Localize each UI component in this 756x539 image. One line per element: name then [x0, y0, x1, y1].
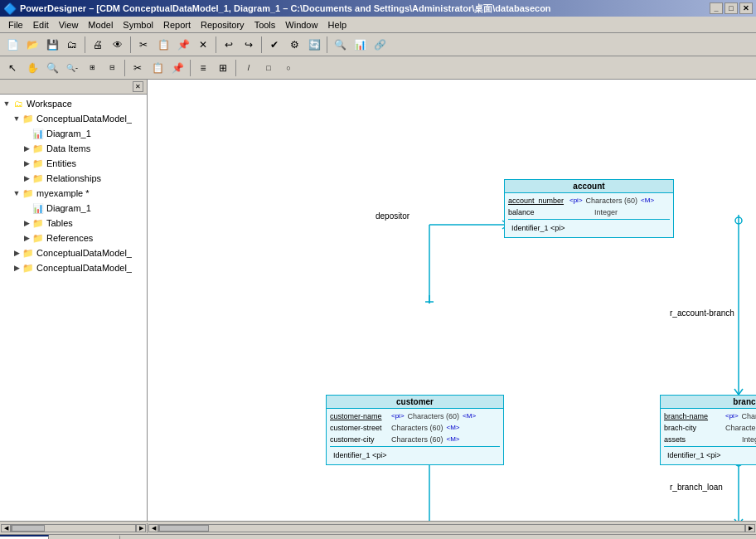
canvas-scroll-right-arrow[interactable]: ▶	[745, 524, 755, 532]
toggle-myexample[interactable]: ▼	[12, 189, 22, 197]
separator-2	[130, 36, 131, 53]
print-button[interactable]: 🖨	[89, 36, 107, 54]
tree-node-cdm2[interactable]: ▶ 📁 ConceptualDataModel_	[2, 245, 145, 260]
panel-close-button[interactable]: ✕	[133, 81, 143, 92]
tab-repository[interactable]: Repository	[49, 535, 120, 539]
tree-node-diagram2[interactable]: 📊 Diagram_1	[2, 201, 145, 216]
paste2-button[interactable]: 📌	[168, 59, 187, 77]
separator-6	[124, 60, 125, 76]
canvas-area[interactable]: depositor r_account-branch borrower r_br…	[148, 80, 756, 521]
draw-rect-button[interactable]: □	[259, 59, 278, 77]
svg-text:depositor: depositor	[376, 211, 410, 221]
attr-account-number: account_number	[508, 195, 566, 206]
redo-button[interactable]: ↪	[240, 36, 258, 54]
copy2-button[interactable]: 📋	[148, 59, 167, 77]
entity-account-row-2: balance Integer	[508, 206, 670, 218]
tree-node-workspace[interactable]: ▼ 🗂 Workspace	[2, 96, 145, 111]
maximize-button[interactable]: □	[724, 2, 738, 14]
tree-node-relationships[interactable]: ▶ 📁 Relationships	[2, 171, 145, 186]
entity-branch[interactable]: branch branch-name <pi> Characters (60) …	[660, 395, 756, 465]
entity-branch-row-1: branch-name <pi> Characters (60) <M>	[664, 410, 756, 422]
zoom-out-button[interactable]: 🔍-	[63, 59, 81, 77]
tree-node-references[interactable]: ▶ 📁 References	[2, 231, 145, 245]
menu-edit[interactable]: Edit	[28, 18, 54, 32]
select-button[interactable]: ↖	[3, 59, 22, 77]
canvas-scroll-left-arrow[interactable]: ◀	[148, 524, 158, 532]
layout-button[interactable]: ⊞	[214, 59, 232, 77]
print-preview-button[interactable]: 👁	[109, 36, 127, 54]
menu-repository[interactable]: Repository	[196, 18, 250, 32]
scroll-left-arrow[interactable]: ◀	[1, 524, 11, 532]
copy-button[interactable]: 📋	[154, 36, 172, 54]
panel-header: ✕	[0, 80, 147, 95]
menu-symbol[interactable]: Symbol	[118, 18, 158, 32]
entity-account[interactable]: account account_number <pi> Characters (…	[504, 179, 674, 238]
paste-button[interactable]: 📌	[174, 36, 192, 54]
branch-identifier: Identifier_1 <pi>	[664, 448, 756, 463]
attr-customer-street: customer-street	[330, 422, 388, 434]
toggle-cdm3[interactable]: ▶	[12, 264, 22, 272]
menu-window[interactable]: Window	[280, 18, 322, 32]
new-button[interactable]: 📄	[3, 36, 22, 54]
tree-node-entities[interactable]: ▶ 📁 Entities	[2, 156, 145, 171]
find-button[interactable]: 🔍	[331, 36, 349, 54]
toggle-cdm2[interactable]: ▶	[12, 249, 22, 257]
entity-branch-body: branch-name <pi> Characters (60) <M> bra…	[661, 409, 756, 464]
open-button[interactable]: 📂	[23, 36, 41, 54]
left-scroll-track[interactable]	[11, 524, 136, 532]
tree-node-diagram1[interactable]: 📊 Diagram_1	[2, 126, 145, 141]
tables-icon: 📁	[32, 216, 45, 230]
menu-help[interactable]: Help	[322, 18, 351, 32]
cut2-button[interactable]: ✂	[128, 59, 147, 77]
close-button[interactable]: ✕	[739, 2, 753, 14]
menu-report[interactable]: Report	[158, 18, 196, 32]
zoom-select-button[interactable]: ⊟	[103, 59, 121, 77]
left-scroll-thumb[interactable]	[12, 525, 45, 532]
toggle-entities[interactable]: ▶	[22, 159, 32, 168]
zoom-fit-button[interactable]: ⊞	[83, 59, 101, 77]
undo-button[interactable]: ↩	[220, 36, 238, 54]
delete-button[interactable]: ✕	[194, 36, 212, 54]
toggle-workspace[interactable]: ▼	[2, 100, 12, 108]
menu-tools[interactable]: Tools	[250, 18, 281, 32]
attr-customer-name-type: Characters (60)	[408, 410, 460, 422]
impact-button[interactable]: 📊	[351, 36, 369, 54]
save-button[interactable]: 💾	[43, 36, 61, 54]
tree-node-tables[interactable]: ▶ 📁 Tables	[2, 216, 145, 231]
check-button[interactable]: ✔	[265, 36, 284, 54]
entities-icon: 📁	[32, 157, 45, 170]
canvas-scroll-track[interactable]	[158, 524, 745, 532]
tree-node-myexample[interactable]: ▼ 📁 myexample *	[2, 186, 145, 201]
zoom-in-button[interactable]: 🔍	[43, 59, 61, 77]
dependency-button[interactable]: 🔗	[371, 36, 389, 54]
tree-node-cdm3[interactable]: ▶ 📁 ConceptualDataModel_	[2, 260, 145, 275]
menu-file[interactable]: File	[3, 18, 28, 32]
minimize-button[interactable]: _	[710, 2, 723, 14]
draw-ellipse-button[interactable]: ○	[279, 59, 298, 77]
menu-view[interactable]: View	[54, 18, 84, 32]
cdm2-icon: 📁	[22, 246, 35, 260]
scroll-right-arrow[interactable]: ▶	[136, 524, 146, 532]
tree-node-dataitems[interactable]: ▶ 📁 Data Items	[2, 141, 145, 156]
align-button[interactable]: ≡	[194, 59, 212, 77]
entity-customer[interactable]: customer customer-name <pi> Characters (…	[326, 395, 504, 465]
tab-local[interactable]: Local	[0, 535, 49, 539]
reverse-button[interactable]: 🔄	[305, 36, 323, 54]
toggle-cdm1[interactable]: ▼	[12, 114, 22, 123]
canvas-scroll-thumb[interactable]	[159, 525, 209, 532]
separator-7	[190, 60, 191, 76]
account-identifier: Identifier_1 <pi>	[508, 221, 670, 236]
draw-line-button[interactable]: /	[240, 59, 258, 77]
toggle-tables[interactable]: ▶	[22, 219, 32, 227]
save-all-button[interactable]: 🗂	[63, 36, 81, 54]
diagram2-icon: 📊	[32, 202, 45, 215]
menu-model[interactable]: Model	[83, 18, 118, 32]
toggle-dataitems[interactable]: ▶	[22, 144, 32, 153]
hand-button[interactable]: ✋	[23, 59, 41, 77]
toggle-relationships[interactable]: ▶	[22, 174, 32, 182]
generate-button[interactable]: ⚙	[285, 36, 303, 54]
toggle-references[interactable]: ▶	[22, 234, 32, 242]
cut-button[interactable]: ✂	[134, 36, 153, 54]
entity-account-title: account	[505, 180, 673, 193]
tree-node-cdm1[interactable]: ▼ 📁 ConceptualDataModel_	[2, 111, 145, 126]
